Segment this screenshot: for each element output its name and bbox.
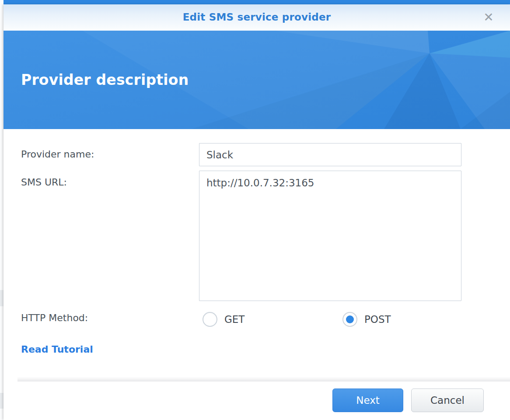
background-window-banner-edge — [3, 0, 510, 4]
radio-post-label: POST — [364, 314, 391, 325]
http-method-radio-get[interactable]: GET — [203, 311, 245, 328]
provider-name-input[interactable] — [199, 143, 461, 166]
dialog-title: Edit SMS service provider — [3, 11, 510, 23]
cancel-button[interactable]: Cancel — [411, 388, 484, 412]
radio-get-icon — [203, 312, 217, 327]
provider-name-label: Provider name: — [21, 149, 94, 160]
background-text-fragment: a — [0, 219, 3, 229]
edit-sms-provider-dialog: Edit SMS service provider ✕ Provider des… — [3, 4, 510, 420]
radio-post-icon — [342, 312, 357, 327]
read-tutorial-link[interactable]: Read Tutorial — [21, 344, 93, 355]
background-text-fragment: e — [0, 186, 3, 197]
background-text-fragment: c — [0, 278, 3, 289]
background-text-fragment: i — [0, 23, 3, 33]
sms-url-textarea[interactable]: http://10.0.7.32:3165 — [199, 171, 461, 301]
sms-url-label: SMS URL: — [21, 177, 67, 188]
radio-get-label: GET — [224, 314, 245, 325]
background-text-fragment: y — [0, 108, 3, 119]
background-text-fragment: n — [0, 294, 3, 304]
banner-step-title: Provider description — [21, 71, 189, 88]
footer-divider — [17, 377, 510, 382]
background-text-fragment: ( — [0, 6, 3, 17]
background-text-fragment: v — [0, 69, 3, 80]
close-icon[interactable]: ✕ — [481, 10, 496, 25]
background-page-edge: ( i v y n e a e c n — [0, 0, 3, 420]
background-text-fragment: n — [0, 153, 3, 164]
http-method-label: HTTP Method: — [21, 312, 88, 323]
step-banner: Provider description — [3, 31, 510, 129]
background-row-band — [0, 393, 3, 409]
next-button[interactable]: Next — [332, 388, 403, 412]
background-text-fragment: e — [0, 249, 3, 260]
dialog-titlebar: Edit SMS service provider ✕ — [3, 4, 510, 31]
http-method-radio-post[interactable]: POST — [342, 311, 391, 328]
